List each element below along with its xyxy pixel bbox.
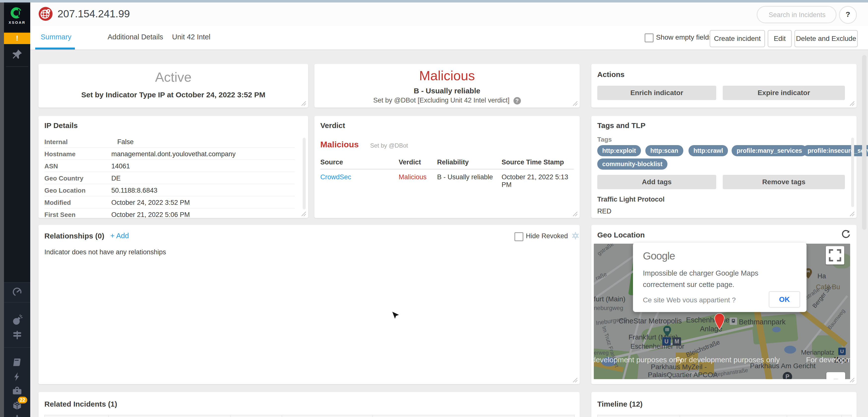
verdict-help-icon[interactable]: ? — [514, 97, 521, 104]
verdict-reliability: B - Usually reliable — [314, 87, 580, 95]
enrich-indicator-button[interactable]: Enrich indicator — [597, 86, 716, 100]
sidebar-section-automation: 22 — [4, 347, 30, 417]
verdict-row-source-link[interactable]: CrowdSec — [320, 173, 351, 181]
map-zoom-out-button[interactable]: − — [826, 372, 845, 379]
table-header-cell[interactable] — [109, 415, 230, 417]
resize-handle[interactable] — [301, 101, 306, 106]
resize-handle[interactable] — [850, 378, 855, 383]
tlp-label: Traffic Light Protocol — [597, 196, 665, 203]
jobs-briefcase-icon[interactable] — [4, 385, 30, 398]
page-title: 207.154.241.99 — [58, 8, 130, 20]
tag-pill[interactable]: profile:many_services — [732, 145, 807, 156]
table-row: InternalFalse — [44, 136, 295, 148]
tlp-value: RED — [597, 208, 611, 215]
help-button[interactable]: ? — [839, 6, 857, 24]
resize-handle[interactable] — [850, 211, 855, 216]
card-scrollbar[interactable] — [851, 138, 854, 207]
table-header-row — [44, 415, 575, 417]
tags-tlp-title: Tags and TLP — [597, 121, 645, 130]
status-set-by: Set by Indicator Type IP at October 24, … — [38, 91, 308, 99]
table-header-cell[interactable] — [230, 415, 282, 417]
card-scrollbar[interactable] — [303, 138, 306, 209]
incidents-bomb-icon[interactable] — [4, 314, 30, 327]
tab-summary[interactable]: Summary — [41, 33, 71, 41]
dialog-ok-button[interactable]: OK — [769, 291, 800, 308]
marketplace-count-badge: 22 — [18, 397, 27, 404]
hide-revoked-label: Hide Revoked — [526, 232, 568, 240]
tab-active-underline — [35, 47, 75, 49]
geo-location-card: Geo Location — [591, 225, 857, 384]
tab-additional-details[interactable]: Additional Details — [107, 33, 163, 41]
dashboard-gauge-icon[interactable] — [4, 286, 30, 299]
resize-handle[interactable] — [573, 211, 578, 216]
table-header-cell[interactable] — [282, 415, 373, 417]
search-incidents-field[interactable] — [757, 6, 837, 23]
table-header-cell[interactable] — [680, 415, 787, 417]
create-incident-button[interactable]: Create incident — [710, 30, 765, 47]
window-left-edge — [0, 2, 4, 417]
relationships-add-link[interactable]: + Add — [110, 232, 129, 240]
table-header-cell[interactable] — [373, 415, 574, 417]
tag-pill[interactable]: community-blocklist — [597, 159, 668, 170]
expire-indicator-button[interactable]: Expire indicator — [723, 86, 845, 100]
show-empty-fields-checkbox[interactable] — [645, 33, 654, 42]
ip-details-title: IP Details — [44, 121, 78, 130]
search-input[interactable] — [757, 7, 837, 23]
ip-details-table: InternalFalse Hostnamemanagemental.dont.… — [44, 136, 295, 220]
table-header-cell[interactable] — [598, 415, 680, 417]
geo-title: Geo Location — [597, 231, 645, 239]
table-row: ASN14061 — [44, 160, 295, 172]
tag-pill[interactable]: http:exploit — [597, 145, 641, 156]
xsoar-indicator-page: XSOAR ! — [0, 0, 868, 417]
verdict-banner-value: Malicious — [314, 68, 580, 83]
playbooks-book-icon[interactable] — [4, 356, 30, 369]
xsoar-logo[interactable]: XSOAR — [4, 4, 30, 32]
table-header-cell[interactable] — [842, 415, 851, 417]
map-fullscreen-button[interactable] — [826, 246, 844, 265]
map-marker-pin[interactable] — [714, 313, 725, 331]
status-card: Active Set by Indicator Type IP at Octob… — [38, 64, 308, 107]
verdict-row-timestamp: October 21, 2022 5:13 PM — [502, 173, 580, 189]
table-header-cell[interactable] — [45, 415, 109, 417]
settings-gear-icon[interactable] — [4, 414, 30, 417]
map-watermark: For development purposes only — [676, 356, 780, 364]
verdict-row-reliability: B - Usually reliable — [437, 173, 493, 181]
table-row: Geo CountryDE — [44, 172, 295, 184]
sidebar-alert-band[interactable]: ! — [4, 33, 30, 44]
hide-revoked-checkbox[interactable] — [515, 232, 523, 241]
sidebar: XSOAR ! — [4, 2, 30, 417]
delete-and-exclude-button[interactable]: Delete and Exclude — [794, 30, 858, 47]
table-header-row — [597, 415, 851, 417]
sidebar-section-dashboards — [4, 282, 30, 302]
tag-pill[interactable]: http:scan — [645, 145, 683, 156]
sidebar-divider — [6, 66, 28, 67]
related-incidents-card: Related Incidents (1) — [38, 392, 580, 417]
show-empty-fields-label: Show empty fields — [656, 33, 712, 41]
remove-tags-button[interactable]: Remove tags — [723, 175, 845, 189]
resize-handle[interactable] — [573, 101, 578, 106]
page-scrollbar[interactable] — [862, 55, 867, 230]
table-row: Hostnamemanagemental.dont.youlovethat.co… — [44, 148, 295, 160]
relationships-settings-gear-icon[interactable] — [570, 231, 580, 242]
tab-unit42-intel[interactable]: Unit 42 Intel — [172, 33, 211, 41]
map-watermark: For development purposes only — [594, 356, 683, 364]
resize-handle[interactable] — [850, 101, 855, 106]
automation-bolt-icon[interactable] — [4, 372, 30, 383]
indicators-signpost-icon[interactable] — [4, 329, 30, 342]
marketplace-box-icon[interactable]: 22 — [4, 399, 30, 412]
edit-button[interactable]: Edit — [768, 30, 792, 47]
tag-pill[interactable]: profile:insecure_services — [803, 145, 868, 156]
add-tags-button[interactable]: Add tags — [597, 175, 716, 189]
refresh-icon[interactable] — [841, 229, 851, 241]
google-maps-error-dialog: Google Impossible de charger Google Maps… — [633, 243, 807, 312]
ip-indicator-icon — [39, 7, 53, 21]
relationships-card: Relationships (0) + Add Hide Revoked Ind… — [38, 225, 580, 384]
page-header: 207.154.241.99 ? — [30, 2, 868, 26]
table-header-cell[interactable] — [787, 415, 842, 417]
pin-icon[interactable] — [4, 48, 30, 61]
verdict-card: Verdict Malicious Set by @DBot Source Ve… — [314, 116, 580, 218]
resize-handle[interactable] — [301, 211, 306, 216]
verdict-title: Verdict — [320, 121, 345, 130]
resize-handle[interactable] — [573, 378, 578, 383]
tag-pill[interactable]: http:crawl — [688, 145, 728, 156]
